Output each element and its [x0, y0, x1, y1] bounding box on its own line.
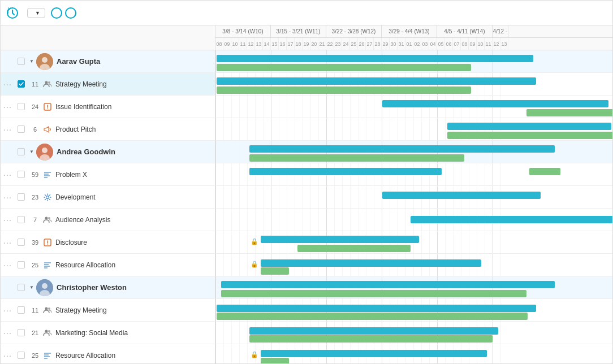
row-checkbox[interactable]: [15, 216, 27, 223]
grid-line: [239, 209, 240, 231]
avatar: [36, 144, 53, 161]
checkbox[interactable]: [18, 193, 25, 201]
gantt-bar-0[interactable]: [382, 192, 541, 199]
row-menu-dots[interactable]: ···: [1, 328, 15, 337]
checkbox[interactable]: [18, 103, 25, 110]
svg-point-21: [47, 244, 48, 245]
checkbox[interactable]: [18, 171, 25, 178]
gantt-bar-0[interactable]: [261, 259, 481, 267]
gantt-bar-0[interactable]: [249, 145, 555, 153]
task-row[interactable]: ···39Disclosure: [1, 231, 215, 254]
checkbox[interactable]: [18, 261, 25, 268]
row-checkbox[interactable]: [15, 352, 27, 359]
checkbox[interactable]: [18, 80, 25, 88]
row-checkbox[interactable]: [15, 148, 27, 155]
checkbox[interactable]: [18, 352, 25, 359]
row-checkbox[interactable]: [15, 239, 27, 246]
row-menu-dots[interactable]: ···: [1, 80, 15, 89]
row-checkbox[interactable]: [15, 261, 27, 268]
collapse-button[interactable]: ▼: [27, 59, 36, 64]
gantt-bar-1[interactable]: [529, 168, 560, 175]
gantt-bar-0[interactable]: [382, 100, 608, 107]
row-checkbox[interactable]: [15, 329, 27, 336]
task-row[interactable]: ···25Resource Allocation: [1, 344, 215, 363]
grid-line: [231, 254, 232, 276]
checkbox[interactable]: [18, 58, 25, 65]
gantt-bar-1[interactable]: [221, 290, 526, 297]
gantt-bar-1[interactable]: [249, 335, 493, 343]
task-row[interactable]: ···11Strategy Meeting: [1, 299, 215, 322]
checkbox[interactable]: [18, 125, 25, 133]
gantt-bar-1[interactable]: [217, 64, 471, 71]
gantt-bar-1[interactable]: [217, 313, 528, 320]
task-row[interactable]: ···25Resource Allocation: [1, 254, 215, 276]
gantt-bar-0[interactable]: [221, 281, 555, 288]
collapse-button[interactable]: ▼: [27, 285, 36, 290]
grid-line: [223, 118, 224, 140]
zoom-plus-button[interactable]: [65, 7, 76, 19]
gantt-bar-0[interactable]: [217, 77, 536, 85]
task-id: 25: [27, 352, 43, 359]
row-menu-dots[interactable]: ···: [1, 238, 15, 247]
task-row[interactable]: ···24Issue Identification: [1, 96, 215, 118]
row-menu-dots[interactable]: ···: [1, 351, 15, 360]
grid-line: [303, 96, 303, 118]
grid-line: [239, 186, 240, 208]
gantt-bar-1[interactable]: [261, 267, 289, 275]
collapse-button[interactable]: ▼: [27, 149, 36, 154]
reschedule-button[interactable]: [6, 7, 21, 19]
checkbox[interactable]: [18, 306, 25, 314]
gantt-bar-0[interactable]: [217, 305, 536, 312]
row-checkbox[interactable]: [15, 125, 27, 133]
gantt-bar-0[interactable]: [249, 327, 498, 335]
gantt-bar-1[interactable]: [297, 245, 411, 252]
row-checkbox[interactable]: [15, 103, 27, 110]
row-checkbox[interactable]: [15, 58, 27, 65]
row-checkbox[interactable]: [15, 193, 27, 201]
checkbox[interactable]: [18, 329, 25, 336]
gantt-bar-1[interactable]: [261, 358, 289, 363]
row-checkbox[interactable]: [15, 306, 27, 314]
task-row[interactable]: ···59Problem X: [1, 163, 215, 186]
checkbox[interactable]: [18, 148, 25, 155]
person-row[interactable]: ▼ Aarav Gupta: [1, 50, 215, 73]
gantt-bar-0[interactable]: [261, 350, 487, 357]
row-menu-dots[interactable]: ···: [1, 170, 15, 179]
gantt-bar-0[interactable]: [249, 168, 442, 175]
gantt-bar-1[interactable]: [447, 132, 612, 139]
row-checkbox[interactable]: [15, 171, 27, 178]
grid-line: [485, 231, 485, 253]
row-checkbox[interactable]: [15, 80, 27, 88]
gantt-row: [215, 96, 612, 118]
task-row[interactable]: ···23Development: [1, 186, 215, 209]
grid-line: [334, 186, 335, 208]
task-row[interactable]: ···21Marketing: Social Media: [1, 322, 215, 344]
person-row[interactable]: ▼ Andrea Goodwin: [1, 141, 215, 163]
row-menu-dots[interactable]: ···: [1, 193, 15, 202]
row-menu-dots[interactable]: ···: [1, 261, 15, 270]
zoom-minus-button[interactable]: [51, 7, 62, 19]
gantt-bar-0[interactable]: [411, 216, 612, 223]
grid-line: [271, 186, 271, 208]
row-menu-dots[interactable]: ···: [1, 215, 15, 224]
task-row[interactable]: ···6Product Pitch: [1, 118, 215, 141]
gantt-bar-0[interactable]: [217, 55, 533, 62]
gantt-bar-0[interactable]: [447, 123, 611, 130]
task-row[interactable]: ···11Strategy Meeting: [1, 73, 215, 96]
view-select[interactable]: ▼: [27, 8, 45, 18]
row-menu-dots[interactable]: ···: [1, 125, 15, 134]
gantt-bar-1[interactable]: [217, 86, 471, 94]
checkbox[interactable]: [18, 216, 25, 223]
person-row[interactable]: ▼ Christopher Weston: [1, 276, 215, 299]
row-checkbox[interactable]: [15, 284, 27, 291]
checkbox[interactable]: [18, 239, 25, 246]
row-menu-dots[interactable]: ···: [1, 102, 15, 111]
grid-line: [477, 163, 477, 185]
task-row[interactable]: ···7Audience Analysis: [1, 209, 215, 231]
gantt-bar-1[interactable]: [526, 109, 612, 116]
row-menu-dots[interactable]: ···: [1, 306, 15, 315]
checkbox[interactable]: [18, 284, 25, 291]
gantt-bar-1[interactable]: [249, 154, 464, 162]
day-header-4-5: 10: [477, 38, 485, 50]
gantt-bar-0[interactable]: [261, 236, 419, 243]
